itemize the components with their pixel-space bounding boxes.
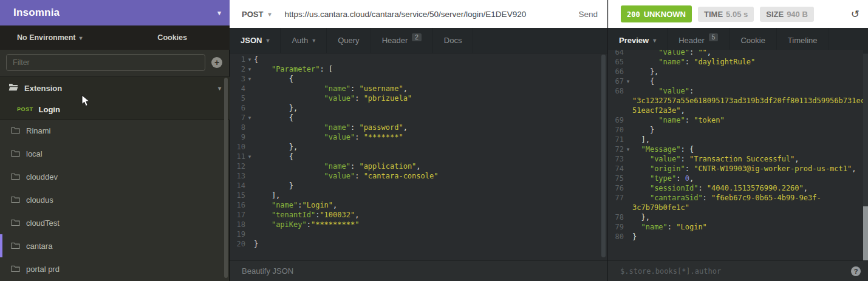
workspace-dropdown[interactable]: Insomnia ▾ [0, 0, 230, 25]
code-line: 65 "name": "daylightRule" [608, 57, 863, 67]
method-label: POST [242, 10, 263, 19]
code-line: 20} [230, 239, 607, 249]
filter-input[interactable] [6, 54, 205, 71]
tab-query[interactable]: Query [327, 28, 371, 53]
insomnia-app: Insomnia ▾ No Environment ▾ Cookies + Ex… [0, 0, 868, 281]
chevron-down-icon: ▾ [653, 37, 656, 44]
code-line: 6 }, [230, 103, 607, 113]
sidebar-scrollbar[interactable] [224, 78, 228, 278]
sidebar-folder-portal-prd[interactable]: portal prd [0, 257, 230, 280]
sidebar-folder-list: Rinami local clouddev cloudus cloudTest … [0, 119, 230, 280]
request-body-editor[interactable]: 1▾{2▾ "Parameter": [3▾ {4 "name": "usern… [230, 53, 607, 260]
status-text: UNKNOWN [644, 10, 686, 19]
tab-label: Cookie [740, 36, 765, 45]
cookies-button[interactable]: Cookies [157, 33, 187, 42]
code-line: 51eacf2a3e", [608, 106, 863, 115]
code-line: 77 "cantaraSid": "f6eb67c9-0b65-4b99-9e3… [608, 193, 863, 203]
chevron-down-icon: ▾ [218, 85, 221, 92]
tab-count-badge: 2 [412, 33, 422, 41]
app-title: Insomnia [13, 7, 60, 19]
folder-icon [11, 126, 20, 135]
response-scrollbar-thumb[interactable] [863, 206, 868, 262]
code-line: 67▾ { [608, 76, 863, 86]
filter-row: + [0, 50, 230, 75]
code-line: 64 "value": "", [608, 50, 863, 57]
sidebar: Insomnia ▾ No Environment ▾ Cookies + Ex… [0, 0, 230, 281]
size-badge: SIZE 940 B [760, 7, 814, 22]
tab-auth[interactable]: Auth▾ [281, 28, 327, 53]
folder-icon [11, 218, 20, 228]
response-panel: 200 UNKNOWN TIME 5.05 s SIZE 940 B ↺ Pre… [608, 0, 868, 281]
code-line: 12 "name": "application", [230, 161, 607, 171]
tab-label: JSON [241, 36, 262, 45]
request-json-code: 1▾{2▾ "Parameter": [3▾ {4 "name": "usern… [230, 53, 607, 249]
code-line: 3c7b79b0fe1c" [608, 203, 863, 212]
sidebar-folder-extension[interactable]: Extension ▾ [0, 77, 230, 99]
code-line: 15 ], [230, 191, 607, 200]
code-line: 71 ], [608, 135, 863, 144]
response-body-viewer[interactable]: 64 "value": "",65 "name": "daylightRule"… [608, 50, 863, 260]
tab-label: Header [678, 36, 705, 45]
environment-label: No Environment [17, 33, 76, 42]
code-line: 18 "apiKey":"*********" [230, 220, 607, 229]
environment-selector[interactable]: No Environment ▾ [17, 33, 83, 42]
code-line: 73 "value": "Transaction Successful", [608, 154, 863, 164]
tab-docs[interactable]: Docs [433, 28, 474, 53]
response-filter-input[interactable]: $.store.books[*].author [620, 267, 721, 276]
sidebar-folder-cantara[interactable]: cantara [0, 234, 230, 257]
folder-open-icon [9, 83, 18, 93]
method-dropdown[interactable]: POST ▾ [242, 10, 271, 19]
sidebar-request-login[interactable]: POST Login [0, 99, 230, 120]
request-method-tag: POST [17, 106, 33, 112]
chevron-down-icon: ▾ [266, 37, 269, 44]
sidebar-folder-cloudus[interactable]: cloudus [0, 188, 230, 211]
code-line: 19 [230, 229, 607, 239]
code-line: 70 } [608, 125, 863, 135]
url-bar: POST ▾ https://us.cantara.cloud/cantara/… [230, 0, 607, 28]
chevron-down-icon: ▾ [312, 37, 315, 44]
help-icon[interactable]: ? [851, 266, 861, 276]
tab-json[interactable]: JSON▾ [230, 28, 281, 53]
request-name: Login [39, 105, 60, 114]
editor-footer: Beautify JSON [230, 260, 607, 281]
code-line: 69 "name": "token" [608, 115, 863, 125]
send-button[interactable]: Send [578, 10, 598, 19]
status-badge: 200 UNKNOWN [621, 5, 692, 22]
code-line: 78 }, [608, 212, 863, 222]
sidebar-folder-local[interactable]: local [0, 142, 230, 165]
code-line: 1▾{ [230, 55, 607, 64]
sidebar-folder-rinami[interactable]: Rinami [0, 119, 230, 142]
request-panel: POST ▾ https://us.cantara.cloud/cantara/… [230, 0, 607, 281]
code-line: 75 "type": 0, [608, 174, 863, 183]
sidebar-folder-cloudtest[interactable]: cloudTest [0, 211, 230, 234]
tab-header[interactable]: Header2 [371, 28, 433, 53]
response-json-code: 64 "value": "",65 "name": "daylightRule"… [608, 50, 863, 242]
code-line: 68 "value": [608, 86, 863, 96]
add-request-button[interactable]: + [211, 57, 222, 68]
sidebar-folder-clouddev[interactable]: clouddev [0, 165, 230, 188]
tab-preview[interactable]: Preview▾ [608, 28, 668, 53]
tab-label: Header [382, 36, 408, 45]
url-input[interactable]: https://us.cantara.cloud/cantara/service… [284, 10, 526, 19]
editor-scrollbar[interactable] [601, 55, 606, 257]
code-line: 9 "value": "*******" [230, 132, 607, 142]
tab-label: Query [338, 36, 359, 45]
response-history-icon[interactable]: ↺ [851, 8, 859, 21]
tab-timeline[interactable]: Timeline [777, 28, 829, 53]
tab-label: Auth [292, 36, 308, 45]
tab-cookie[interactable]: Cookie [730, 28, 776, 53]
folder-label: Extension [24, 84, 62, 93]
chevron-down-icon: ▾ [217, 9, 221, 17]
tab-label: Docs [444, 36, 462, 45]
code-line: 11▾ { [230, 152, 607, 161]
tab-header[interactable]: Header5 [668, 28, 730, 53]
tab-count-badge: 5 [709, 33, 719, 41]
request-tabbar: JSON▾Auth▾QueryHeader2Docs [230, 28, 607, 53]
chevron-down-icon: ▾ [268, 11, 271, 18]
code-line: 16 "name":"Login", [230, 200, 607, 210]
workspace-section: Extension ▾ POST Login [0, 76, 230, 120]
beautify-json-button[interactable]: Beautify JSON [242, 266, 293, 276]
code-line: 79 "name": "Login" [608, 222, 863, 232]
code-line: 5 "value": "pbrizuela" [230, 93, 607, 103]
code-line: 76 "sessionId": "4040.1513576990.2260", [608, 183, 863, 193]
